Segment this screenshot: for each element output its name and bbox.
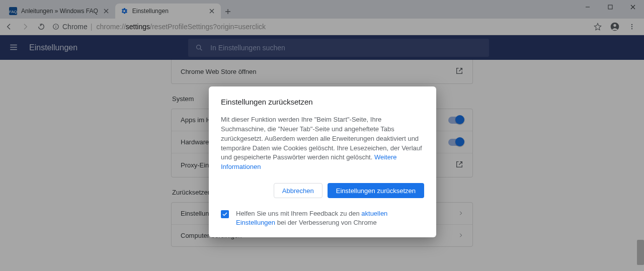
- confirm-reset-button[interactable]: Einstellungen zurücksetzen: [328, 183, 424, 198]
- reset-dialog: Einstellungen zurücksetzen Mit dieser Fu…: [209, 86, 436, 237]
- dialog-title: Einstellungen zurücksetzen: [221, 98, 424, 106]
- feedback-text: Helfen Sie uns mit Ihrem Feedback zu den…: [236, 209, 424, 227]
- dialog-body: Mit dieser Funktion werden Ihre "Beim St…: [221, 115, 424, 172]
- feedback-checkbox[interactable]: [221, 210, 229, 218]
- cancel-button[interactable]: Abbrechen: [274, 183, 323, 198]
